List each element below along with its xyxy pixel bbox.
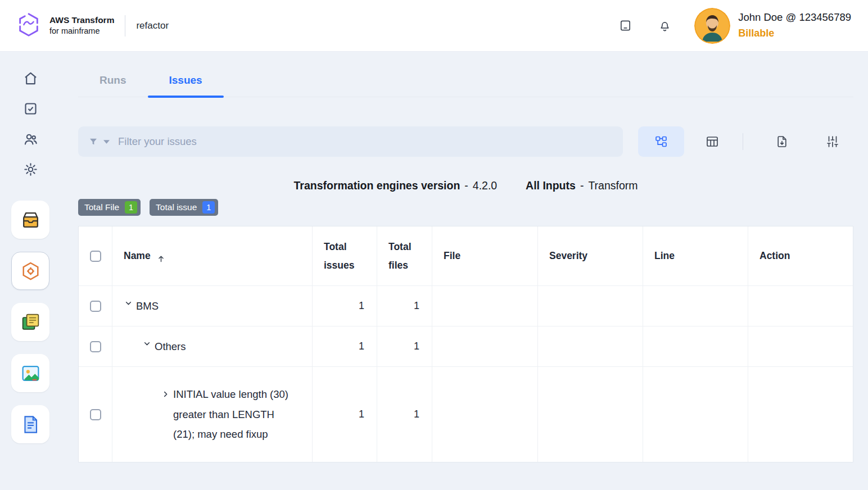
col-header-total-issues: Total issues — [313, 226, 377, 286]
brand-line1: AWS Transform — [49, 15, 114, 26]
top-right-controls: John Doe @ 123456789 Billable — [617, 8, 851, 44]
sort-ascending-icon[interactable] — [156, 251, 166, 261]
sidebar-tools — [11, 201, 49, 443]
settings-icon[interactable] — [23, 162, 38, 177]
issues-toolbar — [78, 126, 853, 157]
row-checkbox-cell — [79, 286, 112, 326]
row-line — [643, 326, 748, 367]
tab-runs[interactable]: Runs — [78, 72, 148, 97]
total-file-count: 1 — [125, 201, 137, 214]
tab-issues[interactable]: Issues — [148, 72, 224, 97]
row-checkbox[interactable] — [90, 341, 101, 352]
row-total-issues: 1 — [313, 286, 377, 326]
product-name: refactor — [136, 20, 169, 31]
home-icon[interactable] — [23, 71, 38, 86]
main-content: Runs Issues — [61, 52, 868, 490]
total-issue-badge: Total issue 1 — [150, 199, 218, 216]
row-name: BMS — [136, 296, 159, 316]
col-header-name[interactable]: Name — [112, 226, 313, 286]
row-severity — [538, 286, 643, 326]
row-file — [432, 367, 538, 462]
engine-version-value: 4.2.0 — [473, 179, 497, 192]
tasks-icon[interactable] — [23, 101, 38, 116]
top-bar: AWS Transform for mainframe refactor — [0, 0, 868, 52]
filter-caret-down-icon[interactable] — [103, 140, 110, 144]
avatar[interactable] — [694, 8, 730, 44]
meta-separator-2: - — [580, 179, 584, 192]
meta-separator: - — [464, 179, 468, 192]
chevron-right-icon[interactable] — [161, 389, 170, 399]
col-header-line: Line — [643, 226, 748, 286]
table-view-icon[interactable] — [689, 126, 735, 157]
panel-icon[interactable] — [617, 17, 634, 34]
billing-doc-icon[interactable] — [11, 405, 49, 443]
brand-divider — [125, 15, 125, 37]
row-name-cell: BMS — [112, 286, 313, 326]
toolbar-divider — [743, 133, 743, 150]
filter-input[interactable] — [118, 135, 613, 148]
all-inputs-label: All Inputs — [526, 179, 576, 192]
meta-line: Transformation engines version-4.2.0 All… — [78, 179, 853, 192]
brand-line2: for mainframe — [49, 26, 114, 37]
summary-badges: Total File 1 Total issue 1 — [78, 199, 853, 216]
notes-icon[interactable] — [11, 303, 49, 341]
filter-funnel-icon — [88, 137, 98, 147]
bell-icon[interactable] — [656, 17, 673, 34]
row-total-files: 1 — [377, 367, 432, 462]
row-total-files: 1 — [377, 286, 432, 326]
images-icon[interactable] — [11, 354, 49, 392]
all-inputs-value: Transform — [588, 179, 638, 192]
row-file — [432, 326, 538, 367]
col-header-total-files: Total files — [377, 226, 432, 286]
total-file-label: Total File — [84, 202, 119, 212]
row-action — [748, 286, 853, 326]
issues-table: Name Total issues Total files File Sever… — [78, 226, 853, 462]
total-issue-count: 1 — [202, 201, 215, 214]
brand: AWS Transform for mainframe — [16, 12, 114, 40]
row-checkbox[interactable] — [90, 409, 101, 420]
user-block[interactable]: John Doe @ 123456789 Billable — [738, 10, 851, 42]
row-checkbox-cell — [79, 326, 112, 367]
brand-text: AWS Transform for mainframe — [49, 15, 114, 37]
total-issue-label: Total issue — [156, 202, 197, 212]
row-action — [748, 326, 853, 367]
col-header-action: Action — [748, 226, 853, 286]
row-name: Others — [155, 337, 186, 357]
row-total-files: 1 — [377, 326, 432, 367]
row-total-issues: 1 — [313, 367, 377, 462]
tab-bar: Runs Issues — [78, 72, 853, 97]
row-severity — [538, 326, 643, 367]
column-settings-icon[interactable] — [820, 129, 846, 155]
select-all-cell — [79, 226, 112, 286]
row-file — [432, 286, 538, 326]
user-status-badge: Billable — [738, 26, 851, 42]
transform-hexagon-icon[interactable] — [11, 252, 49, 290]
aws-transform-logo-icon — [16, 12, 42, 40]
export-report-icon[interactable] — [769, 129, 795, 155]
select-all-checkbox[interactable] — [90, 251, 101, 262]
row-line — [643, 367, 748, 462]
total-file-badge: Total File 1 — [78, 199, 141, 216]
filter-bar[interactable] — [78, 126, 623, 157]
row-name-cell: INITIAL value length (30) greater than L… — [112, 367, 313, 462]
user-name: John Doe @ 123456789 — [738, 10, 851, 26]
row-severity — [538, 367, 643, 462]
tree-view-icon[interactable] — [638, 126, 684, 157]
row-checkbox[interactable] — [90, 301, 101, 312]
col-header-file: File — [432, 226, 538, 286]
row-checkbox-cell — [79, 367, 112, 462]
col-header-severity: Severity — [538, 226, 643, 286]
archive-drawer-icon[interactable] — [11, 201, 49, 239]
row-line — [643, 286, 748, 326]
col-header-name-label: Name — [124, 247, 151, 265]
sidebar-nav — [23, 71, 38, 177]
users-icon[interactable] — [23, 131, 38, 147]
app-screen: AWS Transform for mainframe refactor — [0, 0, 868, 490]
row-total-issues: 1 — [313, 326, 377, 367]
row-action — [748, 367, 853, 462]
row-name-cell: Others — [112, 326, 313, 367]
chevron-down-icon[interactable] — [142, 339, 152, 348]
chevron-down-icon[interactable] — [124, 298, 133, 308]
engine-version-label: Transformation engines version — [294, 179, 460, 192]
body: Runs Issues — [0, 52, 868, 490]
